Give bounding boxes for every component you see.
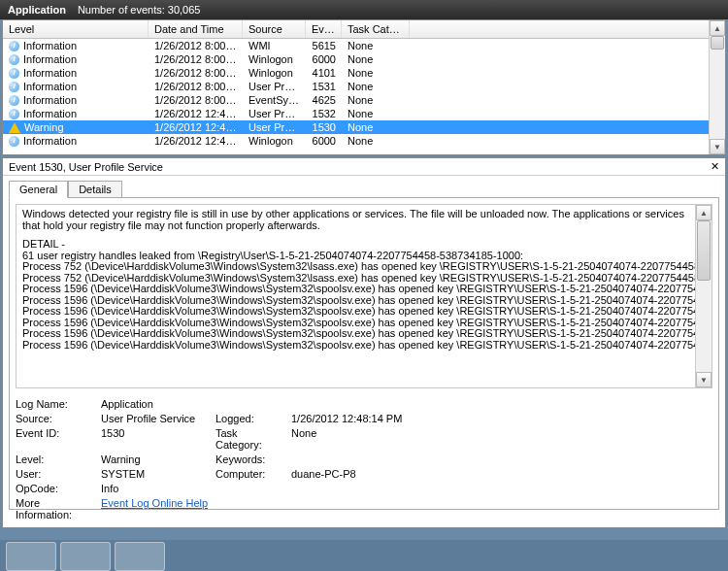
info-icon: i [9, 95, 19, 106]
cell-date: 1/26/2012 8:00:23 PM [149, 93, 243, 107]
message-line: Process 1596 (\Device\HarddiskVolume3\Wi… [22, 340, 690, 352]
cell-level: Information [23, 93, 77, 107]
info-icon: i [9, 109, 19, 119]
cell-eventid: 4101 [306, 66, 342, 80]
cell-date: 1/26/2012 8:00:26 PM [149, 66, 243, 80]
close-icon[interactable]: ✕ [711, 160, 719, 173]
tab-content-general: Windows detected your registry file is s… [9, 197, 719, 510]
detail-tabs: General Details [9, 180, 719, 197]
col-taskcat[interactable]: Task Category [342, 20, 410, 38]
cell-date: 1/26/2012 12:48:18 PM [149, 107, 243, 120]
info-icon: i [9, 82, 19, 92]
grid-scrollbar[interactable]: ▲ ▼ [709, 20, 725, 154]
val-keywords [291, 453, 437, 465]
val-computer: duane-PC-P8 [291, 468, 437, 480]
info-icon: i [9, 68, 19, 79]
lbl-keywords: Keywords: [215, 453, 283, 465]
cell-source: EventSystem [243, 93, 306, 107]
val-eventid: 1530 [101, 427, 208, 451]
msg-scrollbar[interactable]: ▲ ▼ [695, 205, 711, 387]
table-row[interactable]: iInformation1/26/2012 8:00:26 PMWinlogon… [3, 66, 725, 80]
info-icon: i [9, 54, 19, 65]
table-row[interactable]: Warning1/26/2012 12:48:14 PMUser Profile… [3, 120, 725, 134]
val-logname: Application [101, 398, 437, 410]
cell-date: 1/26/2012 8:00:37 PM [149, 52, 243, 66]
taskbar-item[interactable] [6, 542, 56, 571]
cell-level: Information [23, 107, 77, 120]
cell-eventid: 1531 [306, 80, 342, 93]
table-row[interactable]: iInformation1/26/2012 8:00:23 PMEventSys… [3, 93, 725, 107]
scroll-thumb[interactable] [697, 220, 711, 281]
cell-taskcat: None [342, 80, 410, 93]
table-row[interactable]: iInformation1/26/2012 8:00:42 PMWMI5615N… [3, 39, 725, 52]
scroll-thumb[interactable] [711, 36, 724, 50]
table-row[interactable]: iInformation1/26/2012 12:48:14 PMWinlogo… [3, 134, 725, 148]
log-subtitle: Number of events: 30,065 [78, 0, 201, 19]
event-grid: Level Date and Time Source Event... Task… [2, 19, 726, 155]
message-line: DETAIL - [22, 239, 690, 251]
cell-eventid: 4625 [306, 93, 342, 107]
table-row[interactable]: iInformation1/26/2012 8:00:37 PMWinlogon… [3, 52, 725, 66]
link-event-log-online-help[interactable]: Event Log Online Help [101, 497, 437, 521]
col-source[interactable]: Source [243, 20, 306, 38]
message-lines: DETAIL -61 user registry handles leaked … [22, 239, 706, 351]
warning-icon [9, 122, 20, 133]
val-source: User Profile Service [101, 413, 208, 424]
cell-source: WMI [243, 39, 306, 52]
log-titlebar: Application Number of events: 30,065 [0, 0, 728, 19]
lbl-computer: Computer: [215, 468, 283, 480]
cell-source: Winlogon [243, 66, 306, 80]
scroll-down-icon[interactable]: ▼ [696, 372, 711, 387]
lbl-opcode: OpCode: [16, 483, 93, 494]
info-icon: i [9, 136, 19, 147]
log-title: Application [8, 0, 66, 19]
col-date[interactable]: Date and Time [149, 20, 243, 38]
lbl-logged: Logged: [215, 413, 283, 424]
message-line: Process 752 (\Device\HarddiskVolume3\Win… [22, 261, 690, 273]
event-properties: Log Name: Application Source: User Profi… [16, 398, 712, 521]
cell-taskcat: None [342, 120, 410, 134]
lbl-source: Source: [16, 413, 93, 424]
val-logged: 1/26/2012 12:48:14 PM [291, 413, 437, 424]
cell-source: User Profile S... [243, 107, 306, 120]
cell-date: 1/26/2012 8:00:23 PM [149, 80, 243, 93]
event-message: Windows detected your registry file is s… [16, 204, 712, 388]
cell-eventid: 1532 [306, 107, 342, 120]
cell-level: Information [23, 80, 77, 93]
scroll-up-icon[interactable]: ▲ [710, 20, 725, 36]
tab-general[interactable]: General [9, 181, 68, 198]
cell-taskcat: None [342, 39, 410, 52]
col-eventid[interactable]: Event... [306, 20, 342, 38]
info-icon: i [9, 41, 19, 51]
cell-level: Information [23, 52, 77, 66]
cell-taskcat: None [342, 93, 410, 107]
event-detail-pane: Event 1530, User Profile Service ✕ Gener… [2, 157, 726, 528]
lbl-eventid: Event ID: [16, 427, 93, 451]
taskbar-item[interactable] [60, 542, 111, 571]
cell-date: 1/26/2012 8:00:42 PM [149, 39, 243, 52]
cell-eventid: 1530 [306, 120, 342, 134]
table-row[interactable]: iInformation1/26/2012 8:00:23 PMUser Pro… [3, 80, 725, 93]
cell-taskcat: None [342, 52, 410, 66]
cell-level: Information [23, 134, 77, 148]
cell-source: Winlogon [243, 134, 306, 148]
table-row[interactable]: iInformation1/26/2012 12:48:18 PMUser Pr… [3, 107, 725, 120]
taskbar[interactable] [0, 540, 728, 571]
cell-date: 1/26/2012 12:48:14 PM [149, 134, 243, 148]
cell-source: Winlogon [243, 52, 306, 66]
cell-level: Warning [24, 120, 64, 134]
scroll-up-icon[interactable]: ▲ [696, 205, 711, 220]
cell-eventid: 6000 [306, 52, 342, 66]
lbl-moreinfo: More Information: [16, 497, 93, 521]
scroll-down-icon[interactable]: ▼ [710, 139, 725, 154]
detail-title: Event 1530, User Profile Service [9, 161, 163, 173]
taskbar-item[interactable] [115, 542, 165, 571]
tab-details[interactable]: Details [68, 181, 122, 198]
cell-level: Information [23, 66, 77, 80]
detail-header: Event 1530, User Profile Service ✕ [3, 158, 725, 176]
col-level[interactable]: Level [3, 20, 149, 38]
cell-source: User Profile S... [243, 120, 306, 134]
lbl-taskcat: Task Category: [215, 427, 283, 451]
cell-level: Information [23, 39, 77, 52]
lbl-user: User: [16, 468, 93, 480]
